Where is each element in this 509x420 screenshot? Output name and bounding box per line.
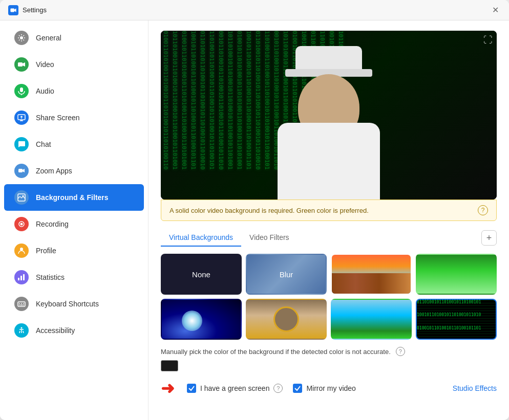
titlebar: Settings ✕ <box>0 0 509 20</box>
sidebar-label-share-screen: Share Screen <box>36 114 80 122</box>
sidebar-label-general: General <box>36 34 61 42</box>
window-title: Settings <box>23 6 47 14</box>
color-pick-row: Manually pick the color of the backgroun… <box>161 347 497 356</box>
add-background-button[interactable]: + <box>481 230 497 246</box>
warning-help-icon[interactable]: ? <box>478 205 488 215</box>
share-screen-icon <box>14 110 29 125</box>
warning-text: A solid color video background is requir… <box>169 207 369 214</box>
svg-rect-0 <box>10 8 14 12</box>
body-shape <box>278 123 380 200</box>
color-pick-text: Manually pick the color of the backgroun… <box>161 348 391 356</box>
svg-rect-3 <box>18 62 23 67</box>
green-screen-checkbox-row: I have a green screen ? <box>187 384 283 393</box>
sidebar-item-background-filters[interactable]: Background & Filters <box>4 184 144 211</box>
sidebar-item-chat[interactable]: Chat <box>4 131 144 158</box>
sidebar-label-chat: Chat <box>36 140 51 148</box>
svg-rect-20 <box>23 303 24 304</box>
office-seal <box>273 306 299 332</box>
mirror-video-checkbox[interactable] <box>293 384 302 393</box>
sidebar-label-statistics: Statistics <box>36 273 65 281</box>
sidebar-item-keyboard-shortcuts[interactable]: Keyboard Shortcuts <box>4 291 144 317</box>
sidebar-label-profile: Profile <box>36 247 56 255</box>
studio-effects-link[interactable]: Studio Effects <box>453 384 497 392</box>
sidebar-item-share-screen[interactable]: Share Screen <box>4 104 144 131</box>
sidebar-label-keyboard-shortcuts: Keyboard Shortcuts <box>36 300 99 308</box>
sidebar-label-background-filters: Background & Filters <box>36 193 109 202</box>
sidebar-item-profile[interactable]: Profile <box>4 237 144 264</box>
green-screen-checkbox[interactable] <box>187 384 196 393</box>
blur-label: Blur <box>280 270 293 279</box>
sidebar-item-video[interactable]: Video <box>4 51 144 78</box>
sidebar-label-accessibility: Accessibility <box>36 326 75 335</box>
profile-icon <box>14 244 29 258</box>
close-button[interactable]: ✕ <box>490 4 501 16</box>
video-icon <box>14 57 29 72</box>
svg-marker-1 <box>14 8 16 12</box>
content-area: General Video Audio Share Screen <box>0 20 509 420</box>
bottom-row: ➜ I have a green screen ? Mirror my vide… <box>161 379 497 398</box>
svg-rect-16 <box>23 274 25 280</box>
sidebar-item-audio[interactable]: Audio <box>4 78 144 104</box>
green-screen-label: I have a green screen <box>200 384 269 392</box>
sidebar-item-accessibility[interactable]: Accessibility <box>4 317 144 344</box>
matrix-bg-inner: 01101001011010010110100101 1001011010010… <box>417 300 496 339</box>
tabs-row: Virtual Backgrounds Video Filters + <box>161 229 497 247</box>
none-label: None <box>192 270 210 279</box>
preview-image: 0100110101001101001011010100101101010011… <box>161 31 497 200</box>
background-none[interactable]: None <box>161 254 242 295</box>
svg-point-24 <box>21 327 23 329</box>
backgrounds-grid: None Blur <box>161 254 497 340</box>
svg-marker-4 <box>23 62 25 67</box>
green-screen-help-icon[interactable]: ? <box>273 384 283 393</box>
svg-point-10 <box>23 195 24 197</box>
bridge-image <box>332 255 411 294</box>
expand-icon[interactable]: ⛶ <box>483 35 493 46</box>
color-swatch[interactable] <box>161 360 178 371</box>
svg-point-13 <box>20 248 23 251</box>
background-matrix[interactable]: 01101001011010010110100101 1001011010010… <box>416 299 497 340</box>
color-swatch-row <box>161 360 497 371</box>
sidebar-item-recording[interactable]: Recording <box>4 211 144 237</box>
svg-rect-19 <box>21 303 22 304</box>
sidebar-item-general[interactable]: General <box>4 25 144 51</box>
svg-rect-21 <box>19 305 20 306</box>
statistics-icon <box>14 270 29 284</box>
audio-icon <box>14 84 29 98</box>
warning-bar: A solid color video background is requir… <box>161 200 497 221</box>
accessibility-icon <box>14 323 29 338</box>
background-filters-icon <box>14 190 29 205</box>
mirror-video-checkbox-row: Mirror my video <box>293 384 355 393</box>
sidebar-item-statistics[interactable]: Statistics <box>4 264 144 291</box>
tab-video-filters[interactable]: Video Filters <box>241 229 298 247</box>
tab-virtual-backgrounds[interactable]: Virtual Backgrounds <box>161 229 241 247</box>
svg-rect-14 <box>18 278 19 280</box>
background-office[interactable] <box>246 299 327 340</box>
svg-point-12 <box>20 223 23 226</box>
space-light <box>182 311 202 331</box>
background-space[interactable] <box>161 299 242 340</box>
sidebar-label-audio: Audio <box>36 87 54 95</box>
settings-window: Settings ✕ General Video <box>0 0 509 420</box>
background-blur[interactable]: Blur <box>246 254 327 295</box>
background-bridge[interactable] <box>331 254 412 295</box>
svg-rect-23 <box>23 305 24 306</box>
main-content: 0100110101001101001011010100101101010011… <box>149 20 509 420</box>
arrow-indicator: ➜ <box>161 379 175 398</box>
sidebar-label-recording: Recording <box>36 220 69 228</box>
recording-icon <box>14 217 29 231</box>
svg-rect-22 <box>20 305 23 306</box>
sidebar-label-video: Video <box>36 60 54 69</box>
titlebar-left: Settings <box>8 5 47 15</box>
sidebar-item-zoom-apps[interactable]: Zoom Apps <box>4 158 144 184</box>
tabs-container: Virtual Backgrounds Video Filters <box>161 229 298 247</box>
svg-rect-18 <box>19 303 20 304</box>
background-cartoon[interactable] <box>331 299 412 340</box>
zoom-apps-icon <box>14 164 29 178</box>
sidebar-label-zoom-apps: Zoom Apps <box>36 167 72 175</box>
sidebar: General Video Audio Share Screen <box>0 20 149 420</box>
background-nature[interactable] <box>416 254 497 295</box>
color-pick-help-icon[interactable]: ? <box>396 347 405 356</box>
mirror-video-label: Mirror my video <box>306 384 355 392</box>
chat-icon <box>14 137 29 151</box>
zoom-logo-icon <box>8 5 18 15</box>
